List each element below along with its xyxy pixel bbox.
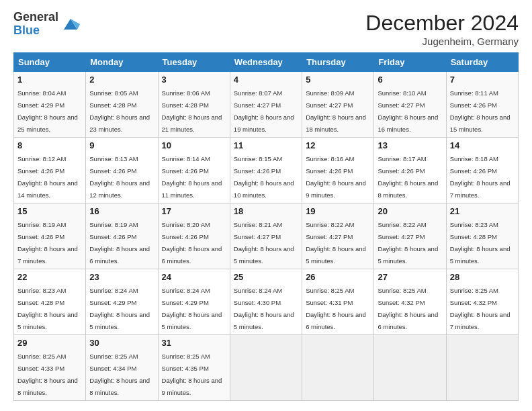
day-number: 13 bbox=[378, 140, 442, 150]
day-info: Sunrise: 8:25 AMSunset: 4:35 PMDaylight:… bbox=[162, 353, 222, 396]
day-number: 24 bbox=[162, 272, 226, 282]
calendar-day-cell: 29 Sunrise: 8:25 AMSunset: 4:33 PMDaylig… bbox=[14, 335, 86, 401]
weekday-header: Saturday bbox=[446, 53, 518, 72]
weekday-header: Sunday bbox=[14, 53, 86, 72]
day-number: 23 bbox=[89, 272, 154, 282]
logo: General Blue bbox=[13, 11, 80, 38]
calendar-table: SundayMondayTuesdayWednesdayThursdayFrid… bbox=[13, 52, 519, 401]
day-number: 2 bbox=[89, 75, 154, 85]
day-info: Sunrise: 8:16 AMSunset: 4:26 PMDaylight:… bbox=[306, 155, 366, 199]
page-header: General Blue December 2024 Jugenheim, Ge… bbox=[13, 11, 519, 47]
day-number: 27 bbox=[378, 272, 442, 282]
day-number: 26 bbox=[306, 272, 370, 282]
logo-blue-text: Blue bbox=[13, 24, 58, 38]
day-number: 21 bbox=[450, 206, 515, 216]
day-number: 6 bbox=[378, 75, 442, 85]
calendar-day-cell: 9 Sunrise: 8:13 AMSunset: 4:26 PMDayligh… bbox=[86, 138, 158, 203]
day-info: Sunrise: 8:23 AMSunset: 4:28 PMDaylight:… bbox=[17, 287, 78, 330]
calendar-header-row: SundayMondayTuesdayWednesdayThursdayFrid… bbox=[14, 53, 519, 72]
day-info: Sunrise: 8:13 AMSunset: 4:26 PMDaylight:… bbox=[89, 155, 150, 199]
calendar-day-cell: 21 Sunrise: 8:23 AMSunset: 4:28 PMDaylig… bbox=[446, 203, 518, 269]
day-number: 3 bbox=[162, 75, 226, 85]
day-number: 20 bbox=[378, 206, 442, 216]
calendar-day-cell: 25 Sunrise: 8:24 AMSunset: 4:30 PMDaylig… bbox=[230, 269, 302, 335]
day-number: 15 bbox=[17, 206, 82, 216]
day-info: Sunrise: 8:05 AMSunset: 4:28 PMDaylight:… bbox=[89, 89, 150, 133]
day-number: 31 bbox=[162, 338, 226, 348]
day-number: 7 bbox=[450, 75, 515, 85]
day-info: Sunrise: 8:09 AMSunset: 4:27 PMDaylight:… bbox=[306, 89, 366, 133]
calendar-week-row: 1 Sunrise: 8:04 AMSunset: 4:29 PMDayligh… bbox=[14, 72, 519, 138]
location: Jugenheim, Germany bbox=[365, 36, 519, 47]
day-number: 9 bbox=[89, 140, 154, 150]
day-number: 18 bbox=[234, 206, 298, 216]
day-number: 4 bbox=[234, 75, 298, 85]
day-number: 1 bbox=[17, 75, 82, 85]
day-number: 19 bbox=[306, 206, 370, 216]
weekday-header: Thursday bbox=[302, 53, 374, 72]
day-info: Sunrise: 8:12 AMSunset: 4:26 PMDaylight:… bbox=[17, 155, 78, 199]
day-info: Sunrise: 8:17 AMSunset: 4:26 PMDaylight:… bbox=[378, 155, 438, 199]
day-number: 14 bbox=[450, 140, 515, 150]
calendar-day-cell: 8 Sunrise: 8:12 AMSunset: 4:26 PMDayligh… bbox=[14, 138, 86, 203]
weekday-header: Tuesday bbox=[158, 53, 230, 72]
day-info: Sunrise: 8:06 AMSunset: 4:28 PMDaylight:… bbox=[162, 89, 222, 133]
calendar-day-cell: 18 Sunrise: 8:21 AMSunset: 4:27 PMDaylig… bbox=[230, 203, 302, 269]
day-number: 10 bbox=[162, 140, 226, 150]
day-number: 22 bbox=[17, 272, 82, 282]
logo-general-text: General bbox=[13, 11, 58, 24]
calendar-day-cell: 10 Sunrise: 8:14 AMSunset: 4:26 PMDaylig… bbox=[158, 138, 230, 203]
day-number: 30 bbox=[89, 338, 154, 348]
day-info: Sunrise: 8:21 AMSunset: 4:27 PMDaylight:… bbox=[234, 221, 294, 265]
day-info: Sunrise: 8:24 AMSunset: 4:29 PMDaylight:… bbox=[162, 287, 222, 330]
day-info: Sunrise: 8:07 AMSunset: 4:27 PMDaylight:… bbox=[234, 89, 294, 133]
day-info: Sunrise: 8:14 AMSunset: 4:26 PMDaylight:… bbox=[162, 155, 222, 199]
calendar-day-cell: 16 Sunrise: 8:19 AMSunset: 4:26 PMDaylig… bbox=[86, 203, 158, 269]
weekday-header: Wednesday bbox=[230, 53, 302, 72]
day-info: Sunrise: 8:25 AMSunset: 4:32 PMDaylight:… bbox=[450, 287, 511, 330]
day-number: 12 bbox=[306, 140, 370, 150]
day-info: Sunrise: 8:18 AMSunset: 4:26 PMDaylight:… bbox=[450, 155, 511, 199]
logo-icon bbox=[61, 15, 80, 34]
calendar-day-cell: 5 Sunrise: 8:09 AMSunset: 4:27 PMDayligh… bbox=[302, 72, 374, 138]
calendar-day-cell bbox=[302, 335, 374, 401]
calendar-day-cell: 11 Sunrise: 8:15 AMSunset: 4:26 PMDaylig… bbox=[230, 138, 302, 203]
day-info: Sunrise: 8:19 AMSunset: 4:26 PMDaylight:… bbox=[89, 221, 150, 265]
day-info: Sunrise: 8:10 AMSunset: 4:27 PMDaylight:… bbox=[378, 89, 438, 133]
day-number: 16 bbox=[89, 206, 154, 216]
calendar-day-cell: 7 Sunrise: 8:11 AMSunset: 4:26 PMDayligh… bbox=[446, 72, 518, 138]
calendar-day-cell: 12 Sunrise: 8:16 AMSunset: 4:26 PMDaylig… bbox=[302, 138, 374, 203]
day-info: Sunrise: 8:24 AMSunset: 4:29 PMDaylight:… bbox=[89, 287, 150, 330]
day-number: 17 bbox=[162, 206, 226, 216]
day-info: Sunrise: 8:22 AMSunset: 4:27 PMDaylight:… bbox=[378, 221, 438, 265]
day-number: 5 bbox=[306, 75, 370, 85]
calendar-week-row: 29 Sunrise: 8:25 AMSunset: 4:33 PMDaylig… bbox=[14, 335, 519, 401]
calendar-day-cell: 2 Sunrise: 8:05 AMSunset: 4:28 PMDayligh… bbox=[86, 72, 158, 138]
day-info: Sunrise: 8:25 AMSunset: 4:34 PMDaylight:… bbox=[89, 353, 150, 396]
calendar-day-cell: 19 Sunrise: 8:22 AMSunset: 4:27 PMDaylig… bbox=[302, 203, 374, 269]
month-title: December 2024 bbox=[365, 11, 519, 36]
calendar-day-cell: 1 Sunrise: 8:04 AMSunset: 4:29 PMDayligh… bbox=[14, 72, 86, 138]
day-info: Sunrise: 8:20 AMSunset: 4:26 PMDaylight:… bbox=[162, 221, 222, 265]
weekday-header: Friday bbox=[374, 53, 446, 72]
calendar-day-cell bbox=[374, 335, 446, 401]
day-info: Sunrise: 8:25 AMSunset: 4:31 PMDaylight:… bbox=[306, 287, 366, 330]
calendar-day-cell: 22 Sunrise: 8:23 AMSunset: 4:28 PMDaylig… bbox=[14, 269, 86, 335]
calendar-day-cell: 20 Sunrise: 8:22 AMSunset: 4:27 PMDaylig… bbox=[374, 203, 446, 269]
day-info: Sunrise: 8:19 AMSunset: 4:26 PMDaylight:… bbox=[17, 221, 78, 265]
calendar-day-cell: 15 Sunrise: 8:19 AMSunset: 4:26 PMDaylig… bbox=[14, 203, 86, 269]
day-info: Sunrise: 8:11 AMSunset: 4:26 PMDaylight:… bbox=[450, 89, 511, 133]
calendar-day-cell: 14 Sunrise: 8:18 AMSunset: 4:26 PMDaylig… bbox=[446, 138, 518, 203]
calendar-day-cell: 17 Sunrise: 8:20 AMSunset: 4:26 PMDaylig… bbox=[158, 203, 230, 269]
calendar-week-row: 22 Sunrise: 8:23 AMSunset: 4:28 PMDaylig… bbox=[14, 269, 519, 335]
calendar-day-cell: 26 Sunrise: 8:25 AMSunset: 4:31 PMDaylig… bbox=[302, 269, 374, 335]
calendar-day-cell bbox=[230, 335, 302, 401]
calendar-week-row: 8 Sunrise: 8:12 AMSunset: 4:26 PMDayligh… bbox=[14, 138, 519, 203]
day-number: 28 bbox=[450, 272, 515, 282]
day-info: Sunrise: 8:22 AMSunset: 4:27 PMDaylight:… bbox=[306, 221, 366, 265]
calendar-day-cell: 30 Sunrise: 8:25 AMSunset: 4:34 PMDaylig… bbox=[86, 335, 158, 401]
title-block: December 2024 Jugenheim, Germany bbox=[365, 11, 519, 47]
calendar-week-row: 15 Sunrise: 8:19 AMSunset: 4:26 PMDaylig… bbox=[14, 203, 519, 269]
calendar-day-cell: 4 Sunrise: 8:07 AMSunset: 4:27 PMDayligh… bbox=[230, 72, 302, 138]
day-info: Sunrise: 8:24 AMSunset: 4:30 PMDaylight:… bbox=[234, 287, 294, 330]
